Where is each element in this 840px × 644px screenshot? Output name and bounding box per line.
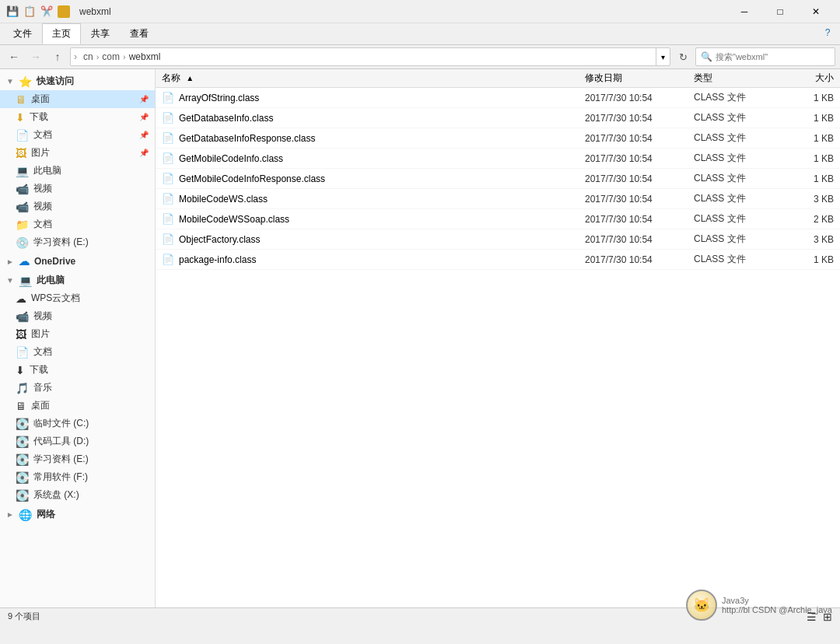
file-icon: 📄 bbox=[162, 92, 174, 103]
network-header[interactable]: ► 🌐 网络 bbox=[0, 506, 155, 523]
sidebar-item-docs2[interactable]: 📁 文档 bbox=[0, 215, 155, 233]
table-row[interactable]: 📄GetDatabaseInfo.class 2017/7/30 10:54 C… bbox=[156, 108, 840, 128]
sidebar-drive-f[interactable]: 💽 常用软件 (F:) bbox=[0, 468, 155, 486]
drive-e-icon: 💽 bbox=[16, 453, 29, 466]
music-icon: 🎵 bbox=[16, 382, 29, 394]
close-button[interactable]: ✕ bbox=[798, 0, 834, 23]
file-date: 2017/7/30 10:54 bbox=[585, 93, 694, 103]
sidebar-item-study[interactable]: 💿 学习资料 (E:) bbox=[0, 233, 155, 251]
table-row[interactable]: 📄package-info.class 2017/7/30 10:54 CLAS… bbox=[156, 250, 840, 270]
sidebar-item-desktop-pc[interactable]: 🖥 桌面 bbox=[0, 397, 155, 415]
sidebar-item-pics[interactable]: 🖼 图片 📌 bbox=[0, 144, 155, 162]
docs-icon: 📄 bbox=[16, 346, 29, 359]
sidebar-item-download[interactable]: ⬇ 下载 📌 bbox=[0, 108, 155, 126]
file-name: 📄GetDatabaseInfoResponse.class bbox=[162, 132, 585, 144]
sidebar-item-pics-pc[interactable]: 🖼 图片 bbox=[0, 325, 155, 343]
table-row[interactable]: 📄MobileCodeWS.class 2017/7/30 10:54 CLAS… bbox=[156, 189, 840, 209]
maximize-button[interactable]: □ bbox=[762, 0, 798, 23]
this-pc-header[interactable]: ▼ 💻 此电脑 bbox=[0, 271, 155, 289]
onedrive-header[interactable]: ► ☁ OneDrive bbox=[0, 253, 155, 270]
file-type: CLASS 文件 bbox=[694, 233, 772, 246]
drive-f-icon: 💽 bbox=[16, 471, 29, 484]
sidebar-drive-e[interactable]: 💽 学习资料 (E:) bbox=[0, 450, 155, 468]
network-section: ► 🌐 网络 bbox=[0, 506, 155, 523]
file-name: 📄ObjectFactory.class bbox=[162, 233, 585, 245]
file-size: 2 KB bbox=[772, 214, 834, 225]
watermark: 🐱 Java3y http://bl CSDN @Archie_java bbox=[686, 590, 832, 621]
file-type: CLASS 文件 bbox=[694, 91, 772, 104]
up-button[interactable]: ↑ bbox=[48, 47, 67, 66]
sidebar-item-video2[interactable]: 📹 视频 bbox=[0, 198, 155, 215]
file-type: CLASS 文件 bbox=[694, 111, 772, 124]
pin-icon: 📌 bbox=[139, 131, 149, 139]
search-input[interactable] bbox=[716, 52, 830, 61]
sidebar-item-desktop[interactable]: 🖥 桌面 📌 bbox=[0, 90, 155, 108]
sidebar-drive-x[interactable]: 💽 系统盘 (X:) bbox=[0, 486, 155, 504]
file-icon: 📄 bbox=[162, 173, 174, 184]
table-row[interactable]: 📄GetMobileCodeInfoResponse.class 2017/7/… bbox=[156, 169, 840, 189]
folder-icon: 📁 bbox=[16, 219, 29, 231]
sidebar-item-wps[interactable]: ☁ WPS云文档 bbox=[0, 289, 155, 307]
back-button[interactable]: ← bbox=[5, 47, 23, 66]
drive-x-icon: 💽 bbox=[16, 489, 29, 502]
sidebar-drive-c[interactable]: 💽 临时文件 (C:) bbox=[0, 415, 155, 432]
minimize-button[interactable]: ─ bbox=[726, 0, 762, 23]
tab-view[interactable]: 查看 bbox=[120, 23, 159, 44]
file-date: 2017/7/30 10:54 bbox=[585, 153, 694, 164]
sidebar-item-download-pc[interactable]: ⬇ 下载 bbox=[0, 361, 155, 379]
search-box: 🔍 bbox=[695, 47, 835, 66]
window-controls: ─ □ ✕ bbox=[726, 0, 834, 23]
folder-icon: 🖼 bbox=[16, 147, 26, 159]
quick-access-header[interactable]: ▼ ⭐ 快速访问 bbox=[0, 72, 155, 90]
table-row[interactable]: 📄GetDatabaseInfoResponse.class 2017/7/30… bbox=[156, 128, 840, 149]
path-webxml[interactable]: webxml bbox=[126, 51, 164, 62]
path-com[interactable]: com bbox=[99, 51, 123, 62]
tab-home[interactable]: 主页 bbox=[42, 23, 81, 44]
sidebar-item-docs[interactable]: 📄 文档 📌 bbox=[0, 126, 155, 144]
table-row[interactable]: 📄MobileCodeWSSoap.class 2017/7/30 10:54 … bbox=[156, 209, 840, 229]
file-size: 1 KB bbox=[772, 113, 834, 124]
sidebar-item-video-pc[interactable]: 📹 视频 bbox=[0, 307, 155, 325]
folder-icon: 🖥 bbox=[16, 93, 26, 106]
file-size: 1 KB bbox=[772, 173, 834, 184]
help-button[interactable]: ? bbox=[818, 23, 837, 42]
file-size: 1 KB bbox=[772, 93, 834, 103]
tab-share[interactable]: 共享 bbox=[81, 23, 120, 44]
address-bar: ← → ↑ › cn › com › webxml ▾ ↻ 🔍 bbox=[0, 45, 840, 69]
column-type[interactable]: 类型 bbox=[694, 72, 772, 85]
column-size[interactable]: 大小 bbox=[772, 72, 834, 85]
sidebar: ▼ ⭐ 快速访问 🖥 桌面 📌 ⬇ 下载 📌 📄 文档 📌 🖼 图片 bbox=[0, 69, 156, 607]
video-icon: 📹 bbox=[16, 310, 29, 323]
window-title: webxml bbox=[79, 6, 111, 17]
quick-access-label: 快速访问 bbox=[37, 75, 74, 88]
column-date[interactable]: 修改日期 bbox=[585, 72, 694, 85]
file-size: 1 KB bbox=[772, 133, 834, 144]
address-box[interactable]: › cn › com › webxml ▾ bbox=[70, 47, 670, 66]
file-type: CLASS 文件 bbox=[694, 172, 772, 185]
table-row[interactable]: 📄ObjectFactory.class 2017/7/30 10:54 CLA… bbox=[156, 229, 840, 250]
path-cn[interactable]: cn bbox=[80, 51, 96, 62]
file-list-header: 名称 ▲ 修改日期 类型 大小 bbox=[156, 69, 840, 88]
file-type: CLASS 文件 bbox=[694, 253, 772, 266]
watermark-text: Java3y http://bl CSDN @Archie_java bbox=[722, 596, 832, 614]
window-icon bbox=[58, 5, 70, 18]
file-name: 📄MobileCodeWS.class bbox=[162, 193, 585, 205]
column-name[interactable]: 名称 ▲ bbox=[162, 72, 585, 85]
title-bar: 💾 📋 ✂️ webxml ─ □ ✕ bbox=[0, 0, 840, 23]
sidebar-item-music-pc[interactable]: 🎵 音乐 bbox=[0, 379, 155, 397]
file-date: 2017/7/30 10:54 bbox=[585, 113, 694, 124]
table-row[interactable]: 📄ArrayOfString.class 2017/7/30 10:54 CLA… bbox=[156, 88, 840, 108]
file-icon: 📄 bbox=[162, 254, 174, 265]
forward-button[interactable]: → bbox=[26, 47, 45, 66]
file-size: 3 KB bbox=[772, 194, 834, 205]
tab-file[interactable]: 文件 bbox=[3, 23, 42, 44]
table-row[interactable]: 📄GetMobileCodeInfo.class 2017/7/30 10:54… bbox=[156, 149, 840, 169]
sidebar-item-thispc-quick[interactable]: 💻 此电脑 bbox=[0, 162, 155, 180]
sidebar-item-video1[interactable]: 📹 视频 bbox=[0, 180, 155, 198]
address-dropdown-button[interactable]: ▾ bbox=[656, 48, 670, 65]
sidebar-drive-d[interactable]: 💽 代码工具 (D:) bbox=[0, 432, 155, 450]
this-pc-section: ▼ 💻 此电脑 ☁ WPS云文档 📹 视频 🖼 图片 📄 文档 ⬇ bbox=[0, 271, 155, 504]
file-icon: 📄 bbox=[162, 213, 174, 225]
refresh-button[interactable]: ↻ bbox=[674, 47, 692, 66]
sidebar-item-docs-pc[interactable]: 📄 文档 bbox=[0, 343, 155, 361]
